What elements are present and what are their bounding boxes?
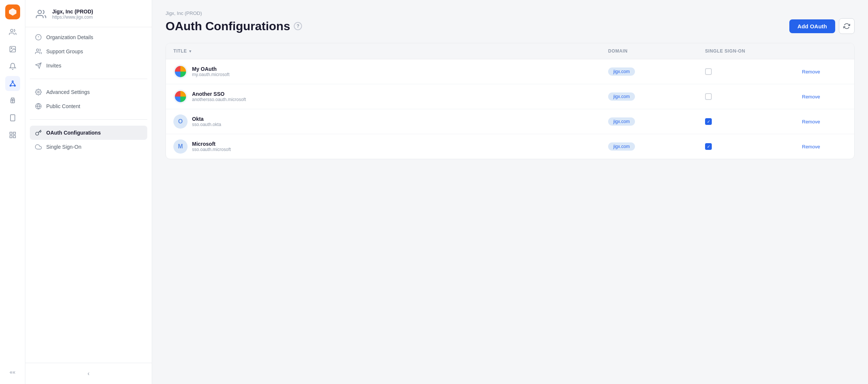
oauth-url-okta: sso.oauth.okta (192, 122, 221, 127)
cloud-icon (35, 144, 42, 150)
remove-button-my-oauth[interactable]: Remove (802, 69, 820, 75)
help-icon[interactable]: ? (294, 22, 302, 30)
svg-point-26 (38, 91, 40, 93)
main-content-area: Jigx, Inc (PROD) OAuth Configurations ? … (152, 0, 868, 384)
svg-point-4 (12, 81, 13, 82)
sidebar-item-support-groups-label: Support Groups (46, 48, 83, 54)
table-row: M Microsoft sso.oauth.microsoft jigx.com… (166, 134, 854, 159)
sidebar-item-public-content[interactable]: Public Content (30, 99, 147, 113)
rail-icon-bell[interactable] (5, 59, 20, 74)
rail-icon-image[interactable] (5, 42, 20, 57)
table-row: O Okta sso.oauth.okta jigx.com Remove (166, 109, 854, 134)
cell-remove-my-oauth: Remove (802, 68, 847, 75)
domain-badge-another-sso: jigx.com (608, 92, 635, 101)
microsoft-pie-icon (173, 64, 188, 79)
sso-checkbox-okta[interactable] (705, 118, 712, 125)
org-icon (34, 7, 48, 21)
cell-title-okta: O Okta sso.oauth.okta (173, 114, 608, 129)
refresh-icon (843, 23, 850, 29)
rail-icon-network[interactable] (5, 76, 20, 91)
cell-sso-microsoft (705, 143, 802, 150)
sidebar-section-settings: Advanced Settings Public Content (25, 82, 152, 116)
oauth-title-my-oauth: My OAuth (192, 66, 229, 72)
sidebar-item-advanced-settings[interactable]: Advanced Settings (30, 85, 147, 99)
oauth-url-microsoft: sso.oauth.microsoft (192, 147, 231, 152)
cell-title-my-oauth: My OAuth my.oauth.microsoft (173, 64, 608, 79)
app-logo (5, 4, 20, 19)
sidebar-item-oauth-label: OAuth Configurations (46, 130, 101, 136)
table-row: Another SSO anothersso.oauth.microsoft j… (166, 84, 854, 109)
domain-badge-my-oauth: jigx.com (608, 67, 635, 76)
col-header-domain: DOMAIN (608, 48, 705, 54)
add-oauth-button[interactable]: Add OAuth (789, 19, 835, 33)
cell-remove-microsoft: Remove (802, 143, 847, 150)
sort-icon[interactable]: ▼ (188, 49, 192, 53)
send-icon (35, 62, 42, 69)
info-circle-icon (35, 34, 42, 41)
sidebar-footer: ‹ (25, 363, 152, 384)
sso-checkbox-microsoft[interactable] (705, 143, 712, 150)
sidebar-item-org-details[interactable]: Organization Details (30, 30, 147, 44)
sidebar-item-oauth[interactable]: OAuth Configurations (30, 126, 147, 140)
rail-icon-mobile[interactable] (5, 110, 20, 125)
sidebar-item-invites-label: Invites (46, 63, 61, 69)
col-header-title: TITLE ▼ (173, 48, 608, 54)
org-url: https://www.jigx.com (52, 15, 93, 20)
logo-icon (8, 7, 17, 16)
rail-expand[interactable]: «« (5, 365, 20, 380)
oauth-icon-my-oauth (173, 64, 188, 79)
globe-icon (35, 103, 42, 110)
org-info: Jigx, Inc (PROD) https://www.jigx.com (52, 9, 93, 20)
cell-title-another-sso: Another SSO anothersso.oauth.microsoft (173, 89, 608, 104)
cell-domain-microsoft: jigx.com (608, 142, 705, 151)
svg-marker-0 (9, 8, 16, 16)
microsoft-pie-icon-2 (173, 89, 188, 104)
rail-icon-grid[interactable] (5, 128, 20, 142)
cell-domain-okta: jigx.com (608, 117, 705, 126)
page-title-wrap: OAuth Configurations ? (166, 19, 302, 33)
remove-button-microsoft[interactable]: Remove (802, 144, 820, 149)
rail-icon-bug[interactable] (5, 93, 20, 108)
sidebar-item-sso-label: Single Sign-On (46, 144, 81, 150)
sidebar-collapse-button[interactable]: ‹ (83, 368, 95, 380)
sidebar-divider-2 (30, 119, 147, 120)
svg-rect-16 (13, 132, 15, 135)
oauth-icon-another-sso (173, 89, 188, 104)
svg-rect-17 (10, 136, 12, 138)
remove-button-another-sso[interactable]: Remove (802, 94, 820, 100)
breadcrumb: Jigx, Inc (PROD) (166, 10, 855, 16)
header-actions: Add OAuth (789, 18, 855, 34)
sidebar: Jigx, Inc (PROD) https://www.jigx.com Or… (25, 0, 152, 384)
sso-checkbox-my-oauth[interactable] (705, 68, 712, 75)
oauth-title-microsoft: Microsoft (192, 141, 231, 147)
sidebar-item-sso[interactable]: Single Sign-On (30, 140, 147, 154)
refresh-button[interactable] (839, 18, 855, 34)
svg-rect-18 (13, 136, 15, 138)
page-title: OAuth Configurations (166, 19, 290, 33)
svg-point-3 (11, 48, 12, 48)
cell-remove-okta: Remove (802, 118, 847, 125)
svg-point-23 (37, 49, 39, 51)
rail-icon-users[interactable] (5, 25, 20, 40)
svg-point-19 (38, 10, 41, 14)
cell-sso-okta (705, 118, 802, 125)
svg-line-8 (13, 82, 15, 85)
oauth-table: TITLE ▼ DOMAIN SINGLE SIGN-ON (166, 43, 855, 159)
org-name: Jigx, Inc (PROD) (52, 9, 93, 15)
sidebar-item-public-content-label: Public Content (46, 103, 80, 109)
cell-sso-my-oauth (705, 68, 802, 75)
sidebar-item-invites[interactable]: Invites (30, 59, 147, 73)
users-icon (35, 48, 42, 55)
oauth-url-my-oauth: my.oauth.microsoft (192, 72, 229, 77)
sso-checkbox-another-sso[interactable] (705, 93, 712, 100)
gear-icon (35, 89, 42, 95)
cell-title-microsoft: M Microsoft sso.oauth.microsoft (173, 139, 608, 154)
page-header: OAuth Configurations ? Add OAuth (166, 18, 855, 34)
sidebar-item-support-groups[interactable]: Support Groups (30, 44, 147, 59)
main-content: Jigx, Inc (PROD) OAuth Configurations ? … (152, 0, 868, 384)
sidebar-section-main: Organization Details Support Groups Invi… (25, 27, 152, 76)
cell-remove-another-sso: Remove (802, 93, 847, 100)
remove-button-okta[interactable]: Remove (802, 119, 820, 125)
key-icon (35, 129, 42, 136)
icon-rail: «« (0, 0, 25, 384)
